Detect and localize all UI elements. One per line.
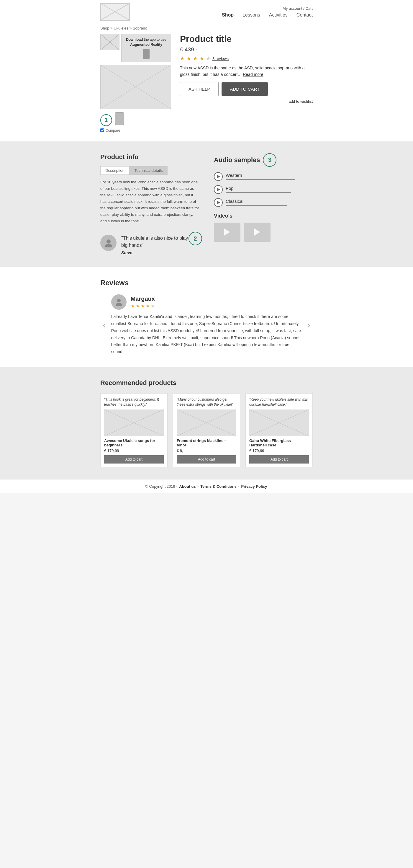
testimonial-avatar <box>100 235 116 251</box>
rec-add-cart-3[interactable]: Add to cart <box>249 455 309 464</box>
play-classical[interactable] <box>214 198 223 207</box>
step-2-badge: 2 <box>188 232 202 245</box>
footer: © Copyright 2019 - About us - Terms & Co… <box>0 479 413 493</box>
header-account-cart[interactable]: My account / Cart <box>283 6 313 11</box>
rev-star-3: ★ <box>141 303 145 309</box>
rec-quote-3: "Keep your new ukulele safe with this du… <box>249 397 309 407</box>
testimonial-author: Steve <box>121 250 199 255</box>
header: My account / Cart Shop Lessons Activitie… <box>0 0 413 21</box>
product-main-image[interactable] <box>100 65 171 109</box>
star-1: ★ <box>180 55 185 62</box>
product-info-title: Product info <box>100 153 199 161</box>
recommended-grid: "This book is great for beginners. It te… <box>100 393 313 467</box>
audio-label-classical: Classical <box>226 199 313 204</box>
reviewer-avatar <box>111 294 127 310</box>
rec-price-1: € 179,99 <box>104 448 164 453</box>
reviews-count-link[interactable]: 3 reviews <box>212 56 229 61</box>
star-3: ★ <box>193 55 198 62</box>
rec-add-cart-2[interactable]: Add to cart <box>177 455 236 464</box>
next-arrow[interactable]: › <box>305 319 313 330</box>
audio-label-western: Western <box>226 173 313 178</box>
video-thumb-1[interactable] <box>214 223 240 242</box>
step-3-badge: 3 <box>263 153 276 167</box>
breadcrumb-current: Soprano <box>133 26 147 30</box>
rev-star-5: ★ <box>151 303 155 309</box>
footer-terms[interactable]: Terms & Conditions <box>200 484 237 489</box>
add-to-wishlist-link[interactable]: add to wishlist <box>288 99 313 104</box>
video-thumb-2[interactable] <box>244 223 271 242</box>
rec-card-1: "This book is great for beginners. It te… <box>100 393 168 467</box>
videos-title: Video's <box>214 213 313 219</box>
rec-quote-1: "This book is great for beginners. It te… <box>104 397 164 407</box>
product-price: € 439,- <box>180 46 313 53</box>
svg-point-4 <box>117 299 121 302</box>
reviewer-name: Margaux <box>131 296 155 302</box>
audio-item-classical: Classical <box>214 198 313 207</box>
svg-point-5 <box>116 303 122 306</box>
audio-item-pop: Pop <box>214 185 313 194</box>
breadcrumb-shop[interactable]: Shop <box>100 26 109 30</box>
rec-add-cart-1[interactable]: Add to cart <box>104 455 164 464</box>
product-thumb-1[interactable] <box>100 34 119 50</box>
nav-contact[interactable]: Contact <box>297 12 313 18</box>
rev-star-1: ★ <box>131 303 135 309</box>
tab-description[interactable]: Description <box>100 166 130 175</box>
breadcrumb: Shop > Ukuleles > Soprano <box>100 21 313 34</box>
review-text: I already have Tenor Kanile'a and Island… <box>111 313 302 355</box>
audio-label-pop: Pop <box>226 186 313 191</box>
rec-price-3: € 179,99 <box>249 448 309 453</box>
rev-star-2: ★ <box>136 303 140 309</box>
nav-lessons[interactable]: Lessons <box>242 12 260 18</box>
compare-label[interactable]: Compare <box>106 128 120 132</box>
nav-activities[interactable]: Activities <box>269 12 288 18</box>
read-more-link[interactable]: Read more <box>243 72 263 77</box>
nav-shop[interactable]: Shop <box>222 12 234 18</box>
star-4: ★ <box>199 55 204 62</box>
audio-samples-title: Audio samples <box>214 156 260 164</box>
audio-item-western: Western <box>214 172 313 181</box>
rec-name-1: Awesome Ukulele songs for beginners <box>104 438 164 447</box>
rec-name-3: Oahu White Fiberglass Hardshell case <box>249 438 309 447</box>
product-description: This new ASSD is the same as the ASD, so… <box>180 65 313 78</box>
rev-star-4: ★ <box>146 303 150 309</box>
svg-point-3 <box>105 244 112 247</box>
add-to-cart-button[interactable]: ADD TO CART <box>221 82 268 96</box>
reviews-title: Reviews <box>100 279 313 287</box>
play-pop[interactable] <box>214 185 223 194</box>
play-western[interactable] <box>214 172 223 181</box>
star-2: ★ <box>186 55 191 62</box>
rec-card-2: "Many of our customers also get these ex… <box>173 393 240 467</box>
rec-price-2: € 8,- <box>177 448 236 453</box>
step-1-badge: 1 <box>100 114 112 126</box>
ask-help-button[interactable]: ASK HELP <box>180 82 218 96</box>
footer-about-us[interactable]: About us <box>179 484 196 489</box>
rec-image-1 <box>104 409 164 436</box>
rec-image-2 <box>177 409 236 436</box>
product-title: Product title <box>180 34 313 44</box>
rec-image-3 <box>249 409 309 436</box>
product-info-description: For 10 years now the Pono acacia soprano… <box>100 179 199 225</box>
review-card: Margaux ★ ★ ★ ★ ★ I already have Tenor K… <box>111 294 302 355</box>
recommended-title: Recommended products <box>100 379 313 387</box>
rec-card-3: "Keep your new ukulele safe with this du… <box>245 393 313 467</box>
logo[interactable] <box>100 3 130 21</box>
rec-quote-2: "Many of our customers also get these ex… <box>177 397 236 407</box>
svg-point-2 <box>106 240 111 244</box>
testimonial-quote: "This ukulele is also nice to play with … <box>121 235 199 249</box>
footer-privacy[interactable]: Privacy Policy <box>241 484 267 489</box>
ar-box[interactable]: Download the app to use Augmented Realit… <box>121 34 171 62</box>
star-5: ★ <box>206 55 211 62</box>
prev-arrow[interactable]: ‹ <box>100 319 108 330</box>
rec-name-2: Fremont strings blackline - tenor <box>177 438 236 447</box>
breadcrumb-ukuleles[interactable]: Ukuleles <box>113 26 128 30</box>
compare-checkbox[interactable] <box>100 128 104 132</box>
tab-technical[interactable]: Technical details <box>130 166 168 175</box>
